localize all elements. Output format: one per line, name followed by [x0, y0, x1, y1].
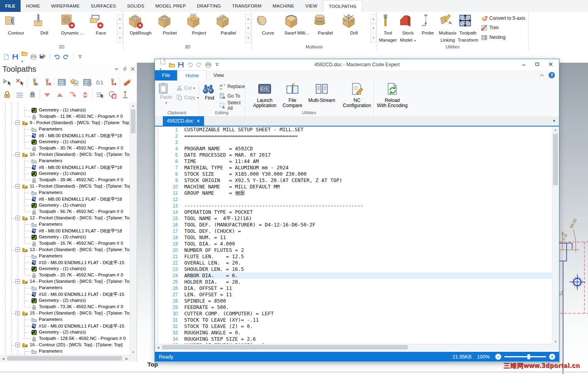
tree-item-geometry[interactable]: Geometry - (1) chain(s) [0, 139, 130, 145]
ribbon-button-optirough[interactable]: OptiRough [128, 13, 154, 36]
menu-tab-file[interactable]: FILE [0, 0, 21, 12]
tool-play-button[interactable] [28, 77, 41, 88]
menu-tab-toolpaths[interactable]: TOOLPATHS [323, 0, 363, 12]
waves-button[interactable] [55, 77, 68, 88]
scrollbar-thumb[interactable] [7, 356, 122, 361]
ghost-button[interactable] [26, 89, 39, 100]
menu-tab-home[interactable]: HOME [21, 0, 46, 12]
scrollbar-thumb[interactable] [131, 109, 136, 133]
open-button[interactable]: ▾ [21, 50, 28, 64]
tree-item-geometry[interactable]: Geometry - (2) chain(s) [0, 297, 130, 304]
scrollbar-thumb[interactable] [162, 345, 408, 349]
tree-item-tool[interactable]: #8 - M8.00 ENDMILL1 FLAT - D8波平*18 [0, 132, 130, 139]
tree-item-geometry[interactable]: Geometry - (1) chain(s) [0, 171, 130, 177]
tree-item-params[interactable]: Parameters [0, 221, 130, 228]
ribbon-button-trim[interactable]: Trim [481, 23, 525, 33]
file-compare-button[interactable]: FileCompare [281, 82, 304, 108]
tree-item-tool[interactable]: #10 - M6.00 ENDMILL1 FLAT - D6波平-15 [0, 323, 130, 329]
zoom-track[interactable] [504, 356, 546, 357]
collapse-icon[interactable] [15, 311, 20, 315]
reload-enc-button[interactable]: ReloadWith Encoding [376, 82, 408, 108]
tree-item-tool[interactable]: #8 - M8.00 ENDMILL1 FLAT - D8波平*18 [0, 196, 130, 202]
close-button[interactable] [544, 59, 557, 69]
print-button[interactable] [205, 61, 212, 68]
tool-pin-button[interactable] [119, 89, 132, 100]
zoom-thumb[interactable] [527, 354, 530, 359]
ce-tab-home[interactable]: Home [178, 70, 206, 81]
tree-item-tool[interactable]: #10 - M6.00 ENDMILL1 FLAT - D6波平-15 [0, 259, 130, 266]
editor-horizontal-scrollbar[interactable]: ◀ [155, 344, 552, 351]
tree-item-params[interactable]: Parameters [0, 285, 130, 291]
ce-tab-file[interactable]: File [155, 70, 177, 81]
ribbon-button-toolmgr[interactable]: Tool Manager [378, 13, 398, 43]
ribbon-button-probe[interactable]: Probe [418, 13, 438, 43]
collapse-icon[interactable] [15, 121, 20, 125]
menu-tab-drafting[interactable]: DRAFTING [191, 0, 226, 12]
undo-button[interactable] [53, 54, 60, 60]
help-icon[interactable]: ? [548, 72, 555, 79]
menu-tab-surfaces[interactable]: SURFACES [85, 0, 122, 12]
close-document-icon[interactable]: ✕ [197, 119, 200, 124]
copy-button[interactable]: Copy ▾ [176, 93, 199, 102]
tree-item-params[interactable]: Parameters [0, 316, 130, 323]
collapse-icon[interactable] [15, 343, 20, 347]
ribbon-button-contour[interactable]: Contour [3, 13, 29, 36]
ribbon-button-parallel5x[interactable]: Parallel [312, 13, 338, 36]
ribbon-button-dynamic[interactable]: Dynamic ... [59, 13, 86, 36]
tree-item-operation[interactable]: 15 - Pocket (Standard) - [WCS: Top] - [T… [0, 310, 130, 316]
multi-stream-button[interactable]: Multi-Stream [306, 82, 338, 103]
tree-vertical-scrollbar[interactable]: ▲ ▼ [130, 102, 137, 355]
tree-item-params[interactable]: Parameters [0, 348, 130, 355]
tree-item-geometry[interactable]: Geometry - (1) chain(s) [0, 107, 130, 113]
menu-tab-transform[interactable]: TRANSFORM [226, 0, 267, 12]
tool-x-button[interactable] [41, 77, 53, 88]
cursor-play-button[interactable] [1, 77, 13, 88]
tree-item-operation[interactable]: 16 - Contour (2D) - [WCS: Top] - [Tplane… [0, 342, 130, 348]
tree-item-geometry[interactable]: Geometry - (1) chain(s) [0, 266, 130, 272]
collapse-icon[interactable] [15, 279, 20, 284]
circle-square-button[interactable] [106, 89, 119, 100]
zoom-in-button[interactable]: + [549, 354, 555, 360]
tree-item-tool[interactable]: #8 - M8.00 ENDMILL1 FLAT - D8波平*18 [0, 228, 130, 234]
scrollbar-thumb[interactable] [553, 134, 558, 185]
ribbon-button-swarf[interactable]: Swarf Milli... [284, 13, 310, 36]
nc-config-button[interactable]: NCConfiguration [340, 82, 374, 108]
ribbon-button-curve[interactable]: Curve [255, 13, 281, 36]
scroll-down-icon[interactable]: ▼ [130, 349, 136, 355]
tree-item-params[interactable]: Parameters [0, 126, 130, 132]
tree-item-operation[interactable]: 14 - Pocket (Standard) - [WCS: Top] - [T… [0, 278, 130, 285]
slot-drill-button[interactable] [121, 77, 134, 88]
tree-item-toolpath[interactable]: Toolpath - 73.3K - 4592.NC - Program # 0 [0, 304, 130, 310]
collapse-ribbon-icon[interactable] [539, 73, 544, 77]
tree-item-operation[interactable]: 10 - Pocket (Standard) - [WCS: Top] - [T… [0, 152, 130, 158]
tree-item-toolpath[interactable]: Toolpath - 30.7K - 4592.NC - Program # 0 [0, 145, 130, 152]
ribbon-button-face[interactable]: Face [88, 13, 114, 36]
pin-icon[interactable] [122, 67, 127, 71]
replace-button[interactable]: abacReplace [219, 82, 245, 91]
group-scroll-strip[interactable]: ▲▼⇟ [370, 14, 376, 42]
scroll-up-icon[interactable]: ▲ [552, 127, 559, 133]
print-button[interactable] [30, 54, 37, 60]
scroll-up-icon[interactable]: ▲ [130, 102, 136, 109]
tri-up-button[interactable] [53, 89, 66, 100]
tree-item-operation[interactable]: 13 - Pocket (Standard) - [WCS: Top] - [T… [0, 247, 130, 253]
collapse-icon[interactable] [15, 247, 20, 252]
menu-tab-wireframe[interactable]: WIREFRAME [46, 0, 85, 12]
tree-item-toolpath[interactable]: Toolpath - 20.7K - 4592.NC - Program # 0 [0, 272, 130, 278]
tri-updown-button[interactable] [79, 89, 92, 100]
scroll-right-icon[interactable]: ▶ [124, 355, 130, 362]
launch-app-button[interactable]: C:\_LaunchApplication [250, 82, 279, 108]
document-tab[interactable]: 4592CD.doc ✕ [163, 116, 204, 126]
tree-item-operation[interactable]: 9 - Pocket (Standard) - [WCS: Top] - [Tp… [0, 120, 130, 126]
redo-button[interactable] [63, 54, 69, 60]
tree-item-tool[interactable]: #8 - M8.00 ENDMILL1 FLAT - D8波平*18 [0, 164, 130, 171]
stock-check-button[interactable] [68, 77, 81, 88]
ce-tab-view[interactable]: View [206, 70, 231, 81]
ribbon-button-drill2d[interactable]: Drill [31, 13, 57, 36]
undo-disabled-button[interactable] [187, 61, 193, 68]
g1-button[interactable]: G1 [94, 77, 106, 88]
qat-more-button[interactable] [77, 54, 84, 60]
window-titlebar[interactable]: ▾ 4592CD.doc - Mastercam Code Expert [155, 59, 559, 70]
tree-item-geometry[interactable]: Geometry - (3) chain(s) [0, 234, 130, 240]
collapse-icon[interactable] [15, 152, 20, 157]
